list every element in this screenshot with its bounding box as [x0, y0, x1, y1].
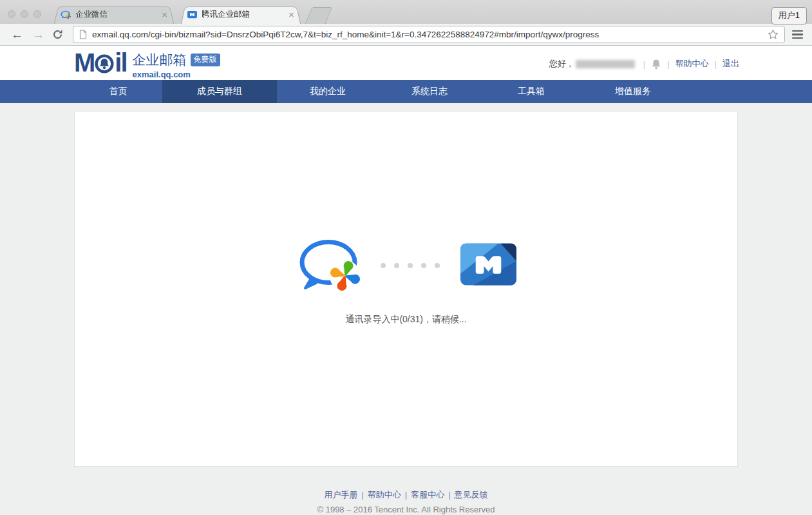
greeting-text: 您好， — [549, 58, 574, 70]
footer-link-feedback[interactable]: 意见反馈 — [455, 490, 488, 500]
import-row — [75, 238, 737, 293]
separator: | — [715, 59, 717, 69]
wechat-work-icon — [296, 238, 360, 293]
username-redacted — [576, 60, 635, 68]
tab-title: 腾讯企业邮箱 — [202, 9, 283, 20]
footer-link-help-center[interactable]: 帮助中心 — [368, 490, 401, 500]
separator: | — [667, 59, 669, 69]
tab-wechat-work[interactable]: 企业微信 × — [54, 5, 174, 24]
address-bar[interactable]: exmail.qq.com/cgi-bin/bizmail?sid=DnsrzO… — [73, 26, 785, 43]
tab-exmail[interactable]: 腾讯企业邮箱 × — [181, 5, 301, 24]
page-icon — [79, 30, 87, 39]
close-tab-icon[interactable]: × — [162, 10, 167, 19]
separator: | — [405, 490, 407, 500]
zoom-window-button[interactable] — [33, 10, 41, 18]
browser-profile-button[interactable]: 用户1 — [771, 7, 807, 24]
footer-links: 用户手册|帮助中心|客服中心|意见反馈 — [0, 489, 812, 501]
url-text[interactable]: exmail.qq.com/cgi-bin/bizmail?sid=DnsrzO… — [92, 30, 762, 39]
nav-item-toolbox[interactable]: 工具箱 — [480, 80, 582, 103]
main-nav: 首页 成员与群组 我的企业 系统日志 工具箱 增值服务 — [0, 80, 812, 103]
reload-icon[interactable] — [52, 29, 63, 40]
nav-item-home[interactable]: 首页 — [74, 80, 162, 103]
wordmark-il: il — [115, 50, 126, 75]
back-icon[interactable]: ← — [11, 28, 23, 41]
minimize-window-button[interactable] — [21, 10, 28, 18]
tab-strip: 企业微信 × 腾讯企业邮箱 × 用户1 — [0, 0, 812, 24]
mail-wordmark: M il — [74, 50, 127, 75]
browser-toolbar: ← → exmail.qq.com/cgi-bin/bizmail?sid=Dn… — [0, 24, 812, 46]
user-block: 您好， | | 帮助中心 | 退出 — [549, 58, 739, 70]
nav-item-my-company[interactable]: 我的企业 — [277, 80, 379, 103]
close-window-button[interactable] — [8, 10, 15, 18]
footer-link-service-center[interactable]: 客服中心 — [411, 490, 444, 500]
exmail-app-icon — [460, 243, 516, 288]
browser-menu-icon[interactable] — [792, 30, 803, 39]
notification-bell-icon[interactable] — [651, 59, 661, 70]
tab-title: 企业微信 — [75, 9, 156, 20]
page-body: 通讯录导入中(0/31)，请稍候... 用户手册|帮助中心|客服中心|意见反馈 … — [0, 111, 812, 515]
close-tab-icon[interactable]: × — [288, 10, 294, 19]
import-progress-card: 通讯录导入中(0/31)，请稍候... — [74, 111, 738, 467]
logo-domain: exmail.qq.com — [133, 70, 220, 79]
page-footer: 用户手册|帮助中心|客服中心|意见反馈 © 1998 – 2016 Tencen… — [0, 489, 812, 514]
exmail-logo[interactable]: M il 企业邮箱 免费版 exmail.qq.com — [74, 50, 220, 79]
progress-dots — [381, 263, 440, 268]
bookmark-star-icon[interactable] — [768, 29, 779, 40]
help-center-link[interactable]: 帮助中心 — [675, 58, 709, 70]
copyright-text: © 1998 – 2016 Tencent Inc. All Rights Re… — [0, 505, 812, 514]
browser-window: 企业微信 × 腾讯企业邮箱 × 用户1 ← → — [0, 0, 812, 515]
logout-link[interactable]: 退出 — [722, 58, 739, 70]
forward-icon: → — [32, 28, 44, 41]
exmail-favicon — [187, 10, 197, 19]
free-version-badge: 免费版 — [191, 53, 220, 66]
wordmark-m: M — [74, 50, 94, 75]
footer-link-user-manual[interactable]: 用户手册 — [324, 490, 357, 500]
bell-ring-icon — [95, 54, 114, 73]
separator: | — [643, 59, 645, 69]
import-progress-text: 通讯录导入中(0/31)，请稍候... — [75, 314, 737, 326]
site-header: M il 企业邮箱 免费版 exmail.qq.com 您 — [0, 46, 812, 80]
product-name: 企业邮箱 — [133, 51, 187, 69]
separator: | — [448, 490, 450, 500]
nav-item-system-log[interactable]: 系统日志 — [379, 80, 480, 103]
window-controls — [8, 10, 41, 18]
nav-item-value-added[interactable]: 增值服务 — [582, 80, 684, 103]
wechat-work-favicon — [61, 10, 71, 19]
nav-item-members-groups[interactable]: 成员与群组 — [162, 80, 277, 103]
new-tab-button[interactable] — [305, 7, 333, 24]
separator: | — [361, 490, 363, 500]
